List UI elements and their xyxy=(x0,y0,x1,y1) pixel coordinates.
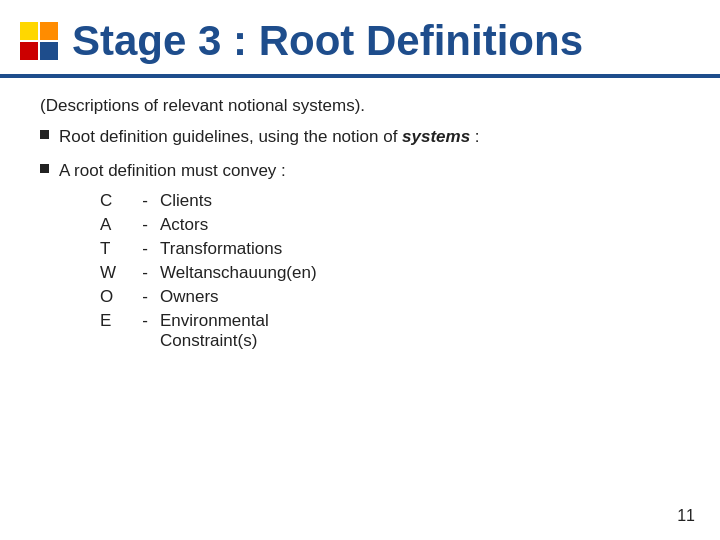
bullet-1-text: Root definition guidelines, using the no… xyxy=(59,124,480,150)
bullet-2-text: A root definition must convey : xyxy=(59,158,286,184)
catwoe-dash: - xyxy=(130,191,160,211)
catwoe-dash: - xyxy=(130,263,160,283)
header: Stage 3 : Root Definitions xyxy=(0,0,720,74)
bullet-square-2 xyxy=(40,164,49,173)
catwoe-dash: - xyxy=(130,311,160,351)
catwoe-dash: - xyxy=(130,239,160,259)
intro-text: (Descriptions of relevant notional syste… xyxy=(40,96,680,116)
catwoe-description: Transformations xyxy=(160,239,320,259)
bullet-2: A root definition must convey : xyxy=(40,158,680,184)
catwoe-letter: W xyxy=(100,263,130,283)
page-number: 11 xyxy=(677,507,695,525)
block-yellow xyxy=(20,22,38,40)
catwoe-letter: A xyxy=(100,215,130,235)
catwoe-letter: O xyxy=(100,287,130,307)
bullet-1-before: Root definition guidelines, using the no… xyxy=(59,127,402,146)
catwoe-description: Clients xyxy=(160,191,320,211)
catwoe-letter: C xyxy=(100,191,130,211)
catwoe-description: Owners xyxy=(160,287,320,307)
bullet-1: Root definition guidelines, using the no… xyxy=(40,124,680,150)
slide: Stage 3 : Root Definitions (Descriptions… xyxy=(0,0,720,540)
systems-word: systems xyxy=(402,127,470,146)
blue-divider xyxy=(0,74,720,78)
page-title: Stage 3 : Root Definitions xyxy=(72,18,583,64)
bullet-square-1 xyxy=(40,130,49,139)
catwoe-dash: - xyxy=(130,287,160,307)
content-area: (Descriptions of relevant notional syste… xyxy=(0,96,720,351)
block-red xyxy=(20,42,38,60)
block-blue-small xyxy=(40,42,58,60)
block-orange xyxy=(40,22,58,40)
catwoe-letter: E xyxy=(100,311,130,351)
bullet-1-after: : xyxy=(470,127,479,146)
color-blocks xyxy=(20,22,58,60)
catwoe-description: Weltanschauung(en) xyxy=(160,263,320,283)
catwoe-table: C-ClientsA-ActorsT-TransformationsW-Welt… xyxy=(100,191,680,351)
catwoe-dash: - xyxy=(130,215,160,235)
catwoe-description: Environmental Constraint(s) xyxy=(160,311,320,351)
catwoe-letter: T xyxy=(100,239,130,259)
catwoe-description: Actors xyxy=(160,215,320,235)
